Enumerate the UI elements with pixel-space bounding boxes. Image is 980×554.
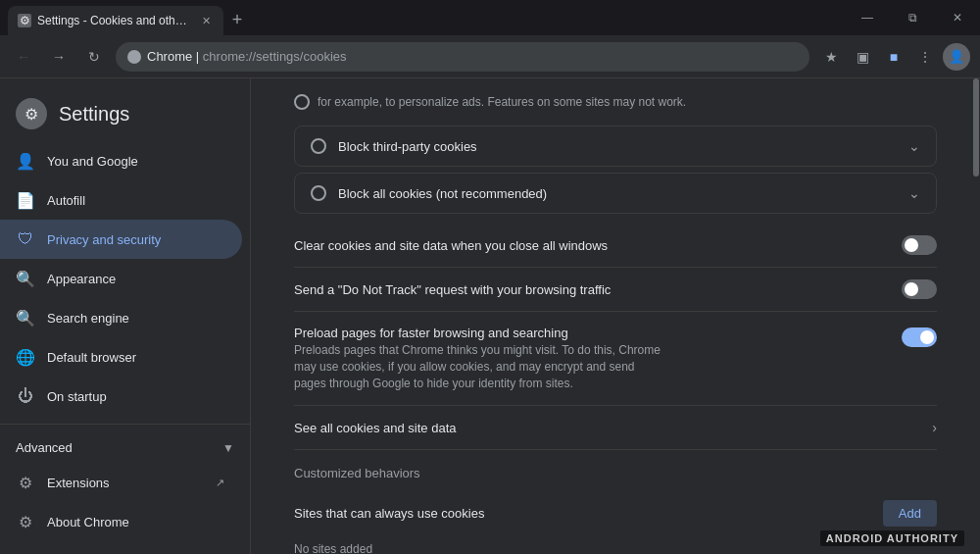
sidebar-item-extensions[interactable]: ⚙ Extensions ↗ [0,463,242,502]
address-bar: ← → ↻ Chrome | chrome://settings/cookies… [0,35,980,78]
extensions-icon[interactable]: ▣ [849,43,876,71]
external-link-icon: ↗ [213,476,226,489]
active-tab[interactable]: ⚙ Settings - Cookies and other site... ✕ [8,6,223,35]
maximize-button[interactable]: ⧉ [890,0,935,35]
sidebar-item-search-engine[interactable]: 🔍 Search engine [0,298,242,337]
sidebar-item-about-chrome[interactable]: ⚙ About Chrome [0,502,242,541]
content-area: for example, to personalize ads. Feature… [251,78,980,554]
sidebar-item-default-browser[interactable]: 🌐 Default browser [0,337,242,377]
preload-toggle[interactable] [902,327,937,347]
see-all-cookies-row[interactable]: See all cookies and site data › [294,406,937,450]
always-use-label: Sites that can always use cookies [294,506,883,521]
do-not-track-row: Send a "Do Not Track" request with your … [294,268,937,312]
block-third-party-option[interactable]: Block third-party cookies ⌄ [294,126,937,167]
do-not-track-text: Send a "Do Not Track" request with your … [294,282,902,297]
do-not-track-toggle[interactable] [902,279,937,299]
radio-partial [294,94,310,110]
sidebar-item-autofill[interactable]: 📄 Autofill [0,180,242,220]
block-third-party-label: Block third-party cookies [338,139,908,154]
sidebar-item-on-startup[interactable]: ⏻ On startup [0,377,242,416]
sidebar-item-privacy-security[interactable]: 🛡 Privacy and security [0,220,242,259]
preload-title: Preload pages for faster browsing and se… [294,326,902,340]
you-google-icon: 👤 [16,151,35,171]
tab-close-button[interactable]: ✕ [198,13,214,28]
advanced-section-header[interactable]: Advanced ▼ [0,432,250,463]
sidebar-divider [0,424,250,425]
see-all-chevron-icon: › [932,420,937,435]
about-chrome-icon: ⚙ [16,512,35,531]
close-button[interactable]: ✕ [935,0,980,35]
clear-cookies-row: Clear cookies and site data when you clo… [294,224,937,268]
always-use-header: Sites that can always use cookies Add [294,500,937,527]
scrollbar-track[interactable] [972,78,980,554]
partial-text: for example, to personalize ads. Feature… [318,95,686,109]
tab-title: Settings - Cookies and other site... [37,14,192,27]
block-all-cookies-option[interactable]: Block all cookies (not recommended) ⌄ [294,173,937,214]
search-engine-icon: 🔍 [16,308,35,327]
bookmark-icon[interactable]: ★ [817,43,845,71]
profile-sync-icon[interactable]: ■ [880,43,907,71]
privacy-icon: 🛡 [16,229,35,249]
address-path: chrome://settings/cookies [203,49,347,64]
new-tab-button[interactable]: + [225,8,249,31]
startup-icon: ⏻ [16,386,35,406]
minimize-button[interactable]: — [845,0,890,35]
always-use-add-button[interactable]: Add [883,500,937,527]
preload-row: Preload pages for faster browsing and se… [294,312,937,406]
preload-description: Preloads pages that Chrome thinks you mi… [294,342,666,391]
customized-behaviors-title: Customized behaviors [294,450,937,488]
partial-text-row: for example, to personalize ads. Feature… [294,86,937,122]
window-controls: — ⧉ ✕ [845,0,980,35]
site-favicon [127,50,141,64]
advanced-label: Advanced [16,440,73,455]
preload-text: Preload pages for faster browsing and se… [294,326,902,391]
sidebar-header: ⚙ Settings [0,86,250,141]
extensions-sidebar-icon: ⚙ [16,473,35,492]
tab-favicon: ⚙ [18,14,31,27]
address-domain: Chrome [147,49,192,64]
sidebar-item-you-google[interactable]: 👤 You and Google [0,141,242,180]
back-button[interactable]: ← [10,43,37,71]
block-all-chevron: ⌄ [908,185,920,201]
toolbar-icons: ★ ▣ ■ ⋮ 👤 [817,43,970,71]
content-inner: for example, to personalize ads. Feature… [274,86,956,554]
autofill-icon: 📄 [16,190,35,210]
radio-block-third-party [311,138,326,154]
sidebar: ⚙ Settings 👤 You and Google 📄 Autofill 🛡… [0,78,251,554]
main-content: ⚙ Settings 👤 You and Google 📄 Autofill 🛡… [0,78,980,554]
block-all-label: Block all cookies (not recommended) [338,186,908,201]
clear-cookies-text: Clear cookies and site data when you clo… [294,238,902,253]
block-third-party-chevron: ⌄ [908,138,920,154]
default-browser-icon: 🌐 [16,347,35,367]
do-not-track-title: Send a "Do Not Track" request with your … [294,282,902,297]
reload-button[interactable]: ↻ [80,43,108,71]
more-icon[interactable]: ⋮ [911,43,939,71]
radio-block-all [311,185,326,201]
advanced-chevron: ▼ [222,441,234,455]
see-all-label: See all cookies and site data [294,421,932,435]
address-text: Chrome | chrome://settings/cookies [147,49,798,64]
settings-title: Settings [59,103,129,126]
sidebar-item-appearance[interactable]: 🔍 Appearance [0,259,242,298]
clear-cookies-title: Clear cookies and site data when you clo… [294,238,902,253]
profile-avatar[interactable]: 👤 [943,43,970,71]
appearance-icon: 🔍 [16,269,35,288]
tab-bar: ⚙ Settings - Cookies and other site... ✕… [0,0,980,35]
address-input[interactable]: Chrome | chrome://settings/cookies [116,42,809,72]
settings-logo: ⚙ [16,98,47,129]
scrollbar-thumb[interactable] [973,78,979,176]
forward-button[interactable]: → [45,43,73,71]
clear-cookies-toggle[interactable] [902,235,937,255]
watermark: ANDROID AUTHORITY [820,530,964,546]
